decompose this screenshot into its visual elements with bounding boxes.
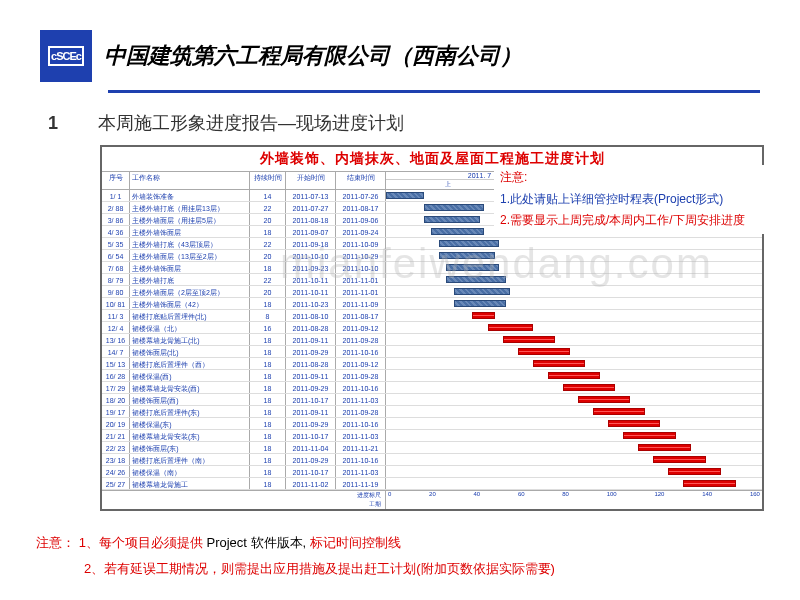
table-row: 14/ 7裙楼饰面层(北)182011-09-292011-10-16 — [102, 346, 762, 358]
table-row: 15/ 13裙楼打底后置埋件（西）182011-08-282011-09-12 — [102, 358, 762, 370]
note-line-2: 2.需要显示上周完成/本周内工作/下周安排进度 — [500, 210, 768, 232]
section-number: 1 — [48, 113, 58, 133]
table-row: 24/ 26裙楼保温（南）182011-10-172011-11-03 — [102, 466, 762, 478]
company-name: 中国建筑第六工程局有限公司（西南公司） — [104, 41, 522, 71]
table-row: 20/ 19裙楼保温(东)182011-09-292011-10-16 — [102, 418, 762, 430]
table-row: 9/ 80主楼外墙面层（2层至顶2层）202011-10-112011-11-0… — [102, 286, 762, 298]
annotation-box: 注意: 1.此处请贴上详细管控时程表(Project形式) 2.需要显示上周完成… — [494, 165, 774, 234]
table-row: 16/ 28裙楼保温(西)182011-09-112011-09-28 — [102, 370, 762, 382]
header-divider — [108, 90, 760, 93]
table-row: 13/ 16裙楼幕墙龙骨施工(北)182011-09-112011-09-28 — [102, 334, 762, 346]
table-row: 21/ 21裙楼幕墙龙骨安装(东)182011-10-172011-11-03 — [102, 430, 762, 442]
table-row: 11/ 3裙楼打底贴后置埋件(北)82011-08-102011-08-17 — [102, 310, 762, 322]
table-row: 7/ 68主楼外墙饰面层182011-09-232011-10-10 — [102, 262, 762, 274]
table-row: 5/ 35主楼外墙打底（43层顶层）222011-09-182011-10-09 — [102, 238, 762, 250]
table-row: 10/ 81主楼外墙饰面层（42）182011-10-232011-11-09 — [102, 298, 762, 310]
table-row: 17/ 29裙楼幕墙龙骨安装(西)182011-09-292011-10-16 — [102, 382, 762, 394]
company-logo: cSCEc — [40, 30, 92, 82]
section-title: 1本周施工形象进度报告—现场进度计划 — [48, 111, 800, 135]
note-title: 注意: — [500, 167, 768, 189]
header: cSCEc 中国建筑第六工程局有限公司（西南公司） — [0, 0, 800, 90]
gantt-scale: 进度标尺工期 020406080100120140160 — [102, 490, 762, 509]
note-line-1: 1.此处请贴上详细管控时程表(Project形式) — [500, 189, 768, 211]
gantt-body: 1/ 1外墙装饰准备142011-07-132011-07-262/ 88主楼外… — [102, 190, 762, 490]
table-row: 22/ 23裙楼饰面层(东)182011-11-042011-11-21 — [102, 442, 762, 454]
table-row: 12/ 4裙楼保温（北）162011-08-282011-09-12 — [102, 322, 762, 334]
table-row: 19/ 17裙楼打底后置埋件(东)182011-09-112011-09-28 — [102, 406, 762, 418]
table-row: 25/ 27裙楼幕墙龙骨施工182011-11-022011-11-19 — [102, 478, 762, 490]
gantt-container: 外墙装饰、内墙抹灰、地面及屋面工程施工进度计划 序号 工作名称 持续时间 开始时… — [100, 145, 764, 511]
footer-notes: 注意： 1、每个项目必须提供 Project 软件版本, 标记时间控制线 2、若… — [36, 530, 555, 582]
table-row: 23/ 18裙楼打底后置埋件（南）182011-09-292011-10-16 — [102, 454, 762, 466]
table-row: 18/ 20裙楼饰面层(西)182011-10-172011-11-03 — [102, 394, 762, 406]
table-row: 6/ 54主楼外墙面层（13层至2层）202011-10-102011-10-2… — [102, 250, 762, 262]
table-row: 8/ 79主楼外墙打底222011-10-112011-11-01 — [102, 274, 762, 286]
